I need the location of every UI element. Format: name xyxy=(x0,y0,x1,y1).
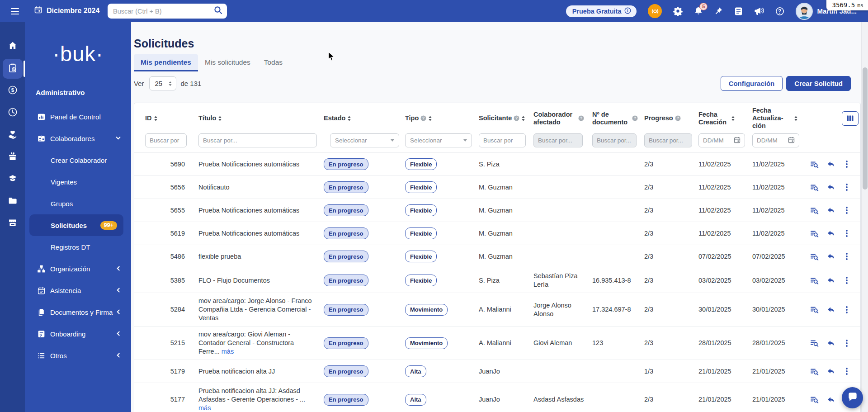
view-details-button[interactable] xyxy=(810,252,819,261)
column-help-icon[interactable]: ? xyxy=(675,115,681,121)
vertical-scrollbar[interactable] xyxy=(861,22,868,412)
more-options-button[interactable] xyxy=(843,367,851,376)
return-request-button[interactable] xyxy=(826,252,835,261)
chat-fab[interactable] xyxy=(842,387,863,408)
global-search[interactable] xyxy=(108,4,227,19)
sidebar-subitem-solicitudes[interactable]: Solicitudes99+ xyxy=(29,214,123,236)
rail-item-dollar[interactable]: $ xyxy=(3,81,23,101)
filter-tipo-select[interactable]: Seleccionar xyxy=(405,133,472,147)
view-details-button[interactable] xyxy=(810,338,819,348)
sidebar-subitem-registros-dt[interactable]: Registros DT xyxy=(25,236,131,258)
help-icon[interactable] xyxy=(775,7,784,16)
view-details-button[interactable] xyxy=(810,276,819,285)
rewards-icon[interactable] xyxy=(648,4,662,18)
filter-solicitante-input[interactable] xyxy=(479,133,526,147)
view-details-button[interactable] xyxy=(810,395,819,404)
sidebar-item-panel-de-control[interactable]: Panel de Control xyxy=(25,106,131,128)
more-options-button[interactable] xyxy=(843,183,851,192)
more-options-button[interactable] xyxy=(843,160,851,169)
tab-mis-pendientes[interactable]: Mis pendientes xyxy=(134,54,198,71)
sidebar-item-organizaci-n[interactable]: Organización xyxy=(25,258,131,279)
return-request-button[interactable] xyxy=(826,367,835,376)
trial-badge[interactable]: Prueba Gratuita xyxy=(566,5,637,17)
return-request-button[interactable] xyxy=(826,339,835,348)
filter-estado-select[interactable]: Seleccionar xyxy=(330,133,399,147)
sort-icon[interactable] xyxy=(154,116,158,121)
column-header-solicitante[interactable]: Solicitante? xyxy=(475,106,530,131)
pin-shortcuts-icon[interactable] xyxy=(714,7,723,15)
rail-item-store[interactable] xyxy=(3,214,23,234)
sort-icon[interactable] xyxy=(347,116,351,121)
column-help-icon[interactable]: ? xyxy=(420,115,426,121)
sidebar-item-colaboradores[interactable]: Colaboradores xyxy=(25,128,131,149)
rail-item-graduation[interactable] xyxy=(3,170,23,189)
configuration-button[interactable]: Configuración xyxy=(721,76,783,91)
more-options-button[interactable] xyxy=(843,276,851,285)
filter-id-input[interactable] xyxy=(145,133,187,147)
create-request-button[interactable]: Crear Solicitud xyxy=(786,76,851,91)
tab-todas[interactable]: Todas xyxy=(257,54,289,71)
more-options-button[interactable] xyxy=(843,206,851,215)
show-more-link[interactable]: más xyxy=(198,404,211,412)
column-header-fecha_actualizacion[interactable]: Fecha Actualiza-ción xyxy=(749,103,802,133)
scrollbar-thumb[interactable] xyxy=(863,67,868,189)
rail-item-gift[interactable] xyxy=(3,147,23,167)
sidebar-item-otros[interactable]: Otros xyxy=(25,345,131,366)
updates-list-icon[interactable] xyxy=(734,7,743,16)
sidebar-item-documentos-y-firma[interactable]: Documentos y Firma xyxy=(25,301,131,323)
rail-item-clock[interactable] xyxy=(3,103,23,123)
column-help-icon[interactable]: ? xyxy=(578,115,584,121)
column-help-icon[interactable]: ? xyxy=(632,115,638,121)
view-details-button[interactable] xyxy=(810,183,819,192)
sidebar-subitem-vigentes[interactable]: Vigentes xyxy=(25,171,131,193)
return-request-button[interactable] xyxy=(826,183,835,192)
view-details-button[interactable] xyxy=(810,367,819,376)
page-size-select[interactable]: 25 xyxy=(149,76,176,90)
hamburger-menu-icon[interactable] xyxy=(10,8,19,17)
return-request-button[interactable] xyxy=(826,229,835,238)
rail-item-home[interactable] xyxy=(3,37,23,57)
settings-gear-icon[interactable] xyxy=(673,6,683,16)
view-details-button[interactable] xyxy=(810,229,819,238)
column-help-icon[interactable]: ? xyxy=(514,115,519,121)
filter-fecha_creacion-date[interactable]: DD/MM xyxy=(698,133,745,147)
filter-fecha_actualizacion-date[interactable]: DD/MM xyxy=(752,133,799,147)
column-header-estado[interactable]: Estado xyxy=(320,106,401,131)
more-options-button[interactable] xyxy=(843,229,851,238)
sort-icon[interactable] xyxy=(731,116,735,121)
more-options-button[interactable] xyxy=(843,339,851,348)
sidebar-subitem-crear-colaborador[interactable]: Crear Colaborador xyxy=(25,149,131,171)
column-header-id[interactable]: ID xyxy=(134,106,191,131)
notifications-bell-icon[interactable]: 5 xyxy=(694,6,703,16)
filter-ndoc-input[interactable] xyxy=(592,133,637,147)
filter-progreso-input[interactable] xyxy=(644,133,692,147)
view-details-button[interactable] xyxy=(810,206,819,215)
filter-colaborador-input[interactable] xyxy=(533,133,583,147)
rail-item-hand-heart[interactable] xyxy=(3,125,23,145)
filter-titulo-input[interactable] xyxy=(198,133,317,147)
search-icon[interactable] xyxy=(214,6,222,16)
search-input[interactable] xyxy=(113,8,214,15)
sidebar-item-asistencia[interactable]: Asistencia xyxy=(25,279,131,301)
sort-icon[interactable] xyxy=(428,116,432,121)
return-request-button[interactable] xyxy=(826,305,835,314)
return-request-button[interactable] xyxy=(826,206,835,215)
sidebar-subitem-grupos[interactable]: Grupos xyxy=(25,193,131,214)
announcements-megaphone-icon[interactable] xyxy=(754,7,764,16)
rail-item-folder[interactable] xyxy=(3,192,23,212)
sort-icon[interactable] xyxy=(218,116,222,121)
sort-icon[interactable] xyxy=(521,116,525,121)
return-request-button[interactable] xyxy=(826,276,835,285)
view-details-button[interactable] xyxy=(810,305,819,314)
return-request-button[interactable] xyxy=(826,160,835,169)
column-header-titulo[interactable]: Título xyxy=(191,106,320,131)
return-request-button[interactable] xyxy=(826,395,835,404)
sidebar-item-onboarding[interactable]: Onboarding xyxy=(25,323,131,345)
tab-mis-solicitudes[interactable]: Mis solicitudes xyxy=(198,54,257,71)
more-options-button[interactable] xyxy=(843,252,851,261)
column-header-tipo[interactable]: Tipo? xyxy=(401,106,475,131)
period-selector[interactable]: Diciembre 2024 xyxy=(34,6,99,15)
view-details-button[interactable] xyxy=(810,160,819,169)
more-options-button[interactable] xyxy=(843,305,851,314)
column-settings-button[interactable] xyxy=(842,111,859,126)
